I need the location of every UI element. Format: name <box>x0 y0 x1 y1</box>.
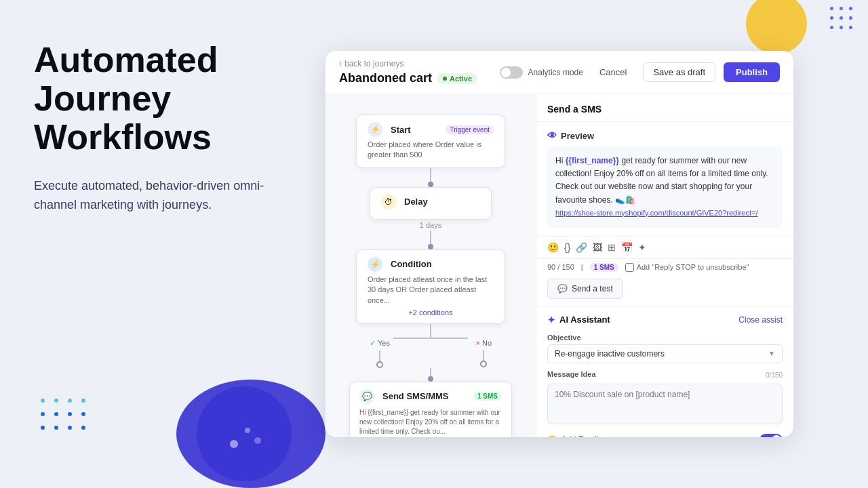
ai-title: ✦ AI Assistant <box>547 314 610 325</box>
yellow-circle <box>746 0 807 54</box>
objective-select[interactable]: Re-engage inactive customers ▼ <box>547 344 783 363</box>
ai-assistant-section: ✦ AI Assistant Close assist Objective Re… <box>536 306 793 437</box>
analytics-toggle-row: Analytics mode <box>500 66 583 79</box>
condition-node-desc: Order placed atleast once in the last 30… <box>368 274 494 306</box>
workflow-panel: ‹ back to journeys Abandoned cart Active… <box>326 51 793 437</box>
preview-text-p1: Hi <box>555 156 566 165</box>
image-toolbar-icon[interactable]: 🖼 <box>593 242 602 253</box>
chevron-down-icon: ▼ <box>768 350 775 357</box>
analytics-mode-toggle[interactable] <box>500 66 523 79</box>
toggle-on-knob <box>772 435 781 437</box>
yes-text: Yes <box>378 339 390 347</box>
panel-header: ‹ back to journeys Abandoned cart Active… <box>326 51 793 94</box>
pipe-sep: | <box>581 263 583 271</box>
no-text: No <box>482 339 492 347</box>
message-idea-textarea-row <box>547 384 783 427</box>
active-badge: Active <box>437 73 477 84</box>
message-idea-char-count: 0/150 <box>766 371 783 379</box>
dot <box>81 426 85 430</box>
stop-label: Add "Reply STOP to unsubscribe" <box>637 263 749 271</box>
ai-title-label: AI Assistant <box>559 314 610 325</box>
ai-header: ✦ AI Assistant Close assist <box>547 314 783 325</box>
table-toolbar-icon[interactable]: ⊞ <box>608 242 616 253</box>
branch-yes-line <box>379 350 380 361</box>
workflow-title: Abandoned cart <box>339 71 432 85</box>
sms-panel-header: Send a SMS <box>536 94 793 122</box>
objective-value: Re-engage inactive customers <box>555 349 665 359</box>
condition-node-title: Condition <box>391 259 432 269</box>
more-toolbar-icon[interactable]: ✦ <box>638 242 646 253</box>
active-dot-icon <box>443 77 447 81</box>
sms-node[interactable]: 💬 Send SMS/MMS 1 SMS Hi {{first_name}} g… <box>349 382 512 437</box>
deco-dots <box>830 7 854 31</box>
emoji-icon: 😊 <box>547 435 557 437</box>
dot <box>68 399 72 403</box>
ai-panel: Send a SMS 👁 Preview Hi {{first_name}} g… <box>536 94 793 437</box>
dot <box>41 412 45 416</box>
objective-field: Objective Re-engage inactive customers ▼ <box>547 333 783 363</box>
branch-yes-dot <box>376 361 383 368</box>
condition-icon: ⚡ <box>368 257 382 272</box>
workflow-body: ⚡ Start Trigger event Order placed where… <box>326 94 793 437</box>
conditions-badge[interactable]: +2 conditions <box>368 308 494 317</box>
code-toolbar-icon[interactable]: {} <box>564 242 570 253</box>
start-node-badge: Trigger event <box>446 125 494 134</box>
cancel-button[interactable]: Cancel <box>591 63 635 81</box>
eye-icon: 👁 <box>547 130 557 141</box>
branch-labels-row: ✓ Yes × No <box>363 339 498 368</box>
send-test-button[interactable]: 💬 Send a test <box>547 279 623 299</box>
publish-button[interactable]: Publish <box>724 62 780 82</box>
condition-node[interactable]: ⚡ Condition Order placed atleast once in… <box>356 249 505 324</box>
start-node[interactable]: ⚡ Start Trigger event Order placed where… <box>356 115 505 168</box>
back-link[interactable]: ‹ back to journeys <box>339 59 477 68</box>
branch-connector: ✓ Yes × No <box>363 324 498 368</box>
branch-h-right <box>454 338 468 339</box>
dot <box>41 426 45 430</box>
analytics-label: Analytics mode <box>528 68 583 77</box>
branch-yes-side: ✓ Yes <box>370 339 390 368</box>
preview-section: 👁 Preview Hi {{first_name}} get ready fo… <box>536 122 793 237</box>
active-label: Active <box>450 75 472 83</box>
branch-v-top <box>430 324 431 338</box>
preview-label-text: Preview <box>561 131 594 141</box>
close-assist-button[interactable]: Close assist <box>738 315 783 325</box>
flow-connector-2 <box>430 230 431 249</box>
branch-no-dot <box>480 361 487 367</box>
message-idea-label: Message Idea <box>547 370 596 378</box>
sms-preview-text: Hi {{first_name}} get ready for summer w… <box>359 408 502 436</box>
sms-panel-title: Send a SMS <box>547 104 783 115</box>
check-icon: ✓ <box>370 339 376 348</box>
sms-node-header: 💬 Send SMS/MMS 1 SMS <box>359 389 502 404</box>
message-idea-field: Message Idea 0/150 <box>547 370 783 427</box>
flow-canvas: ⚡ Start Trigger event Order placed where… <box>326 94 536 437</box>
sms-node-title: Send SMS/MMS <box>382 391 449 401</box>
emoji-toolbar-icon[interactable]: 🙂 <box>547 242 559 253</box>
dot <box>54 399 58 403</box>
start-node-title: Start <box>391 125 411 135</box>
char-count: 90 / 150 <box>547 263 574 271</box>
workflow-title-row: Abandoned cart Active <box>339 71 477 85</box>
dot <box>54 412 58 416</box>
preview-var: {{first_name}} <box>566 156 619 165</box>
sms-node-badge: 1 SMS <box>473 392 502 401</box>
dot <box>54 426 58 430</box>
top-right-decoration <box>719 0 868 47</box>
calendar-toolbar-icon[interactable]: 📅 <box>621 242 633 253</box>
branch-h-left <box>393 338 454 339</box>
emoji-toggle[interactable] <box>760 434 783 437</box>
stop-checkbox-input[interactable] <box>625 263 634 272</box>
message-idea-textarea[interactable] <box>547 384 783 424</box>
start-condition-text: Order placed where Order value is greate… <box>368 140 481 159</box>
branch-no-label: × No <box>476 339 492 347</box>
svg-point-4 <box>254 437 261 444</box>
preview-link: https://shoe-store.myshopify.com/discoun… <box>555 209 757 217</box>
save-draft-button[interactable]: Save as draft <box>643 62 715 82</box>
svg-point-3 <box>245 428 250 433</box>
delay-node-title: Delay <box>404 197 428 207</box>
delay-node[interactable]: ⏱ Delay <box>370 187 492 220</box>
start-node-desc: Order placed where Order value is greate… <box>368 140 494 161</box>
emoji-label-text: Add Emoji <box>561 435 599 437</box>
sms-count-badge: 1 SMS <box>590 263 618 272</box>
link-toolbar-icon[interactable]: 🔗 <box>576 242 587 253</box>
stop-checkbox[interactable]: Add "Reply STOP to unsubscribe" <box>625 263 749 272</box>
